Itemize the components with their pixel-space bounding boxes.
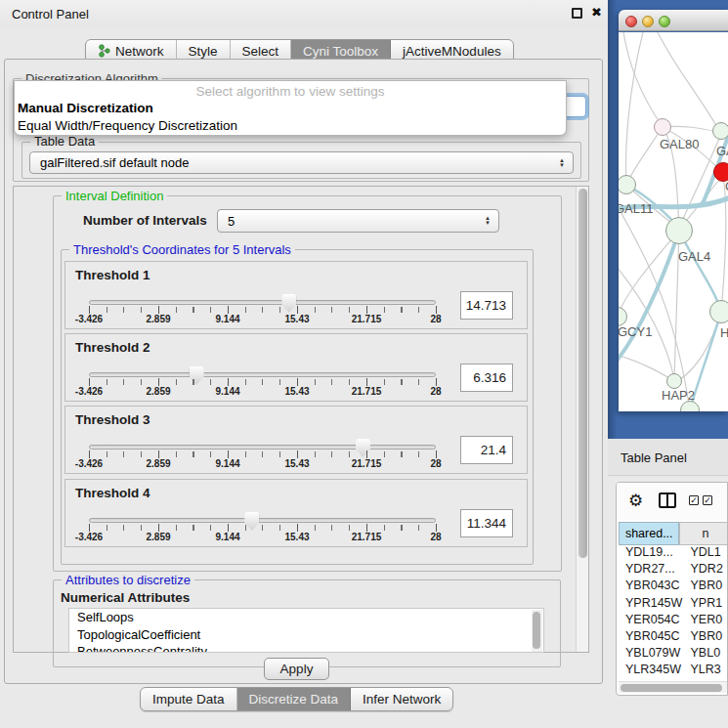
table-row[interactable]: YDR27...YDR2 (619, 562, 728, 578)
minimize-traffic-light[interactable] (642, 16, 654, 27)
tab-impute-data[interactable]: Impute Data (141, 688, 237, 710)
number-of-intervals-label: Number of Intervals (83, 213, 207, 228)
control-panel-titlebar: Control Panel ✖ (0, 0, 608, 27)
list-item[interactable]: SelfLoops (69, 609, 543, 626)
column-header-name[interactable]: n (679, 522, 728, 545)
bottom-tab-bar: Impute Data Discretize Data Infer Networ… (140, 687, 453, 711)
node-label: GAL80 (660, 137, 699, 151)
network-canvas[interactable]: GAL80 GA C GAL11 GAL4 GCY1 H HAP2 (619, 32, 728, 411)
close-traffic-light[interactable] (625, 16, 637, 27)
table-panel-card: ⚙ ✓ ✓ shared... n YDL19...YDL1 YDR27...Y… (616, 482, 728, 696)
list-scrollbar[interactable] (532, 610, 542, 653)
popup-hint: Select algorithm to view settings (15, 81, 566, 99)
table-body: YDL19...YDL1 YDR27...YDR2 YBR043CYBR0 YP… (619, 545, 728, 680)
threshold-4-slider-track[interactable] (89, 518, 436, 523)
threshold-3-panel: Threshold 3 -3.4262.8599.14415.4321.7152… (64, 406, 528, 474)
node-label: GCY1 (619, 324, 652, 339)
threshold-1-slider-track[interactable] (89, 300, 436, 305)
checkbox-icon[interactable]: ✓ (703, 495, 712, 505)
network-window: GAL80 GA C GAL11 GAL4 GCY1 H HAP2 (619, 10, 728, 411)
table-row[interactable]: YIL052CYIL0 (619, 680, 728, 681)
network-icon (98, 44, 110, 58)
network-window-titlebar[interactable] (619, 10, 728, 31)
table-row[interactable]: YBR043CYBR0 (619, 578, 728, 595)
network-node[interactable] (666, 373, 682, 389)
node-label: GAL4 (678, 249, 710, 264)
threshold-2-slider-track[interactable] (89, 372, 436, 377)
threshold-3-value-field[interactable]: 21.4 (460, 436, 513, 464)
network-node[interactable] (654, 118, 671, 136)
node-label: GAL11 (619, 201, 654, 216)
table-row[interactable]: YBR045CYBR0 (619, 629, 728, 646)
node-label: HAP2 (662, 388, 695, 403)
numerical-attributes-list[interactable]: SelfLoops TopologicalCoefficient Between… (68, 608, 544, 653)
tab-infer-network[interactable]: Infer Network (351, 688, 452, 710)
popup-option-equal-width[interactable]: Equal Width/Frequency Discretization (15, 116, 566, 134)
column-header-shared[interactable]: shared... (619, 522, 679, 545)
node-label-partial: H (720, 325, 728, 340)
table-row[interactable]: YER054CYER0 (619, 613, 728, 629)
table-data-title: Table Data (30, 134, 99, 149)
float-window-icon[interactable] (572, 8, 582, 19)
table-toolbar: ⚙ ✓ ✓ (617, 483, 727, 520)
popup-option-manual-discretization[interactable]: Manual Discretization (15, 99, 566, 116)
table-data-combobox-value: galFiltered.sif default node (40, 155, 189, 170)
number-of-intervals-combobox[interactable]: 5 ▲▼ (217, 209, 499, 233)
number-of-intervals-value: 5 (228, 214, 235, 229)
zoom-traffic-light[interactable] (659, 16, 670, 27)
slider-ticks (89, 307, 436, 313)
apply-button[interactable]: Apply (264, 658, 329, 680)
threshold-1-panel: Threshold 1 -3.4262.8599.14415.4321.7152… (64, 261, 528, 329)
scrollbar-thumb[interactable] (533, 612, 540, 649)
threshold-2-panel: Threshold 2 -3.4262.8599.14415.4321.7152… (64, 333, 528, 402)
network-node[interactable] (709, 300, 728, 323)
table-row[interactable]: YPR145WYPR1 (619, 596, 728, 613)
table-horizontal-scrollbar[interactable] (619, 681, 727, 693)
node-label-partial: GA (716, 144, 728, 158)
network-node[interactable] (665, 217, 693, 244)
spinner-arrows-icon: ▲▼ (485, 216, 491, 226)
table-data-combobox[interactable]: galFiltered.sif default node ▲▼ (29, 151, 574, 174)
table-row[interactable]: YBL079WYBL0 (619, 646, 728, 663)
gear-icon[interactable]: ⚙ (628, 491, 643, 510)
table-row[interactable]: YDL19...YDL1 (619, 545, 728, 562)
table-panel-header: Table Panel (608, 439, 728, 476)
algorithm-dropdown-popup: Select algorithm to view settings Manual… (14, 80, 567, 136)
panel-title: Control Panel (12, 7, 89, 21)
threshold-1-value-field[interactable]: 14.713 (460, 291, 513, 320)
table-header-row: shared... n (619, 522, 728, 545)
threshold-3-slider-track[interactable] (89, 445, 436, 450)
main-vertical-scrollbar[interactable] (576, 187, 588, 652)
numerical-attributes-label: Numerical Attributes (61, 590, 190, 605)
list-item[interactable]: TopologicalCoefficient (69, 626, 543, 644)
table-row[interactable]: YLR345WYLR3 (619, 663, 728, 679)
network-node[interactable] (712, 122, 728, 140)
threshold-2-value-field[interactable]: 6.316 (460, 364, 513, 392)
interval-definition-title: Interval Definition (62, 189, 167, 203)
threshold-4-value-field[interactable]: 11.344 (460, 509, 513, 537)
close-icon[interactable]: ✖ (591, 5, 602, 20)
slider-ticks (89, 379, 436, 385)
tab-network-label: Network (115, 44, 164, 59)
threshold-coordinates-title: Threshold's Coordinates for 5 Intervals (69, 242, 295, 257)
list-item[interactable]: BetweennessCentrality (69, 643, 543, 653)
tab-discretize-data[interactable]: Discretize Data (237, 688, 352, 710)
split-columns-icon[interactable] (659, 492, 676, 508)
threshold-4-panel: Threshold 4 -3.4262.8599.14415.4321.7152… (64, 479, 528, 547)
attributes-to-discretize-title: Attributes to discretize (62, 573, 194, 587)
table-panel-title: Table Panel (621, 450, 687, 465)
scrollbar-thumb[interactable] (578, 189, 587, 558)
checkbox-icon[interactable]: ✓ (689, 495, 699, 505)
slider-ticks (89, 525, 436, 531)
scrollbar-thumb[interactable] (621, 684, 722, 692)
spinner-arrows-icon: ▲▼ (559, 158, 565, 168)
slider-ticks (89, 451, 436, 457)
